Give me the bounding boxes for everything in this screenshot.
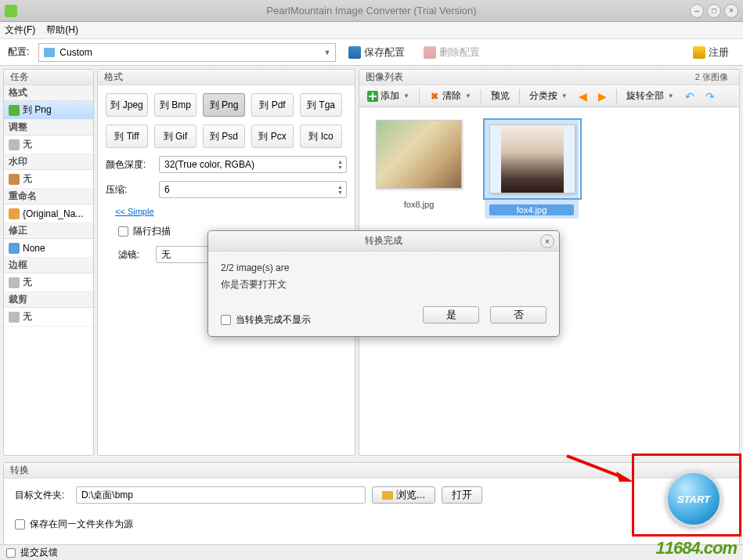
filter-value: 无	[161, 248, 171, 262]
dialog-line2: 你是否要打开文	[221, 278, 546, 291]
image-toolbar: 添加▼ ✖清除▼ 预览 分类按▼ ◀ ▶ 旋转全部▼ ↶ ↷	[359, 85, 739, 107]
task-group-header: 重命名	[4, 189, 93, 204]
delete-icon	[424, 46, 436, 59]
task-icon	[9, 277, 20, 288]
thumbnail-image	[489, 125, 575, 193]
browse-button[interactable]: 浏览...	[372, 486, 435, 504]
add-button[interactable]: 添加▼	[364, 88, 413, 104]
task-item[interactable]: 无	[4, 308, 93, 327]
conversion-complete-dialog: 转换完成 × 2/2 image(s) are 你是否要打开文 当转换完成不显示…	[207, 230, 560, 337]
task-icon	[9, 174, 20, 185]
menu-help[interactable]: 帮助(H)	[46, 23, 78, 37]
simple-link[interactable]: << Simple	[115, 207, 154, 216]
thumbnail-name: fox8.jpg	[372, 200, 466, 209]
task-item[interactable]: 无	[4, 135, 93, 154]
dialog-line1: 2/2 image(s) are	[221, 262, 546, 273]
save-same-checkbox[interactable]	[15, 519, 25, 529]
thumbnail[interactable]: fox4.jpg	[485, 120, 579, 219]
format-button[interactable]: 到 Pdf	[251, 93, 294, 117]
thumbnail-name: fox4.jpg	[489, 204, 574, 215]
task-item[interactable]: {Original_Na...	[4, 204, 93, 223]
chevron-down-icon: ▼	[323, 49, 330, 56]
menu-file[interactable]: 文件(F)	[5, 23, 35, 37]
next-button[interactable]: ▶	[595, 89, 610, 104]
no-button[interactable]: 否	[490, 306, 546, 323]
rotate-button[interactable]: 旋转全部▼	[623, 88, 677, 104]
rotate-right-button[interactable]: ↷	[702, 89, 718, 104]
feedback-link[interactable]: 提交反馈	[20, 546, 58, 559]
task-item-label: 无	[23, 138, 32, 151]
preset-select[interactable]: Custom ▼	[38, 43, 336, 62]
bottom-area: 转换 目标文件夹: D:\桌面\bmp 浏览... 打开 保存在同一文件夹作为源…	[0, 459, 743, 551]
task-icon	[9, 312, 20, 323]
task-item[interactable]: 到 Png	[4, 101, 93, 120]
task-sidebar: 任务 格式到 Png调整无水印无重命名{Original_Na...修正None…	[3, 69, 94, 456]
thumbnail[interactable]: fox8.jpg	[372, 120, 466, 209]
thumbnail-image	[376, 120, 462, 189]
dont-show-checkbox[interactable]	[221, 315, 231, 325]
task-group-header: 调整	[4, 120, 93, 135]
image-list-header: 图像列表	[366, 70, 403, 84]
color-depth-value: 32(True color, RGBA)	[164, 159, 254, 170]
maximize-button[interactable]: □	[707, 4, 721, 18]
color-depth-label: 颜色深度:	[106, 158, 153, 172]
task-item[interactable]: 无	[4, 273, 93, 292]
task-icon	[9, 243, 20, 254]
sort-button[interactable]: 分类按▼	[526, 88, 571, 104]
save-config-button[interactable]: 保存配置	[342, 43, 411, 62]
format-button[interactable]: 到 Psd	[203, 125, 245, 148]
image-count: 2 张图像	[695, 71, 728, 83]
format-button[interactable]: 到 Ico	[300, 125, 342, 148]
folder-icon	[382, 491, 393, 500]
convert-panel: 转换 目标文件夹: D:\桌面\bmp 浏览... 打开 保存在同一文件夹作为源…	[3, 462, 740, 547]
color-depth-select[interactable]: 32(True color, RGBA) ▲▼	[159, 156, 347, 173]
format-button[interactable]: 到 Pcx	[251, 125, 294, 148]
open-button[interactable]: 打开	[442, 486, 482, 504]
chevron-down-icon: ▼	[465, 92, 471, 99]
delete-config-button[interactable]: 删除配置	[417, 43, 486, 62]
save-icon	[348, 46, 361, 59]
chevron-down-icon: ▼	[403, 92, 409, 99]
preview-button[interactable]: 预览	[488, 88, 513, 104]
statusbar: 提交反馈	[0, 544, 743, 560]
arrow-left-icon: ◀	[579, 90, 587, 103]
dialog-close-button[interactable]: ×	[540, 234, 554, 248]
task-group-header: 水印	[4, 154, 93, 170]
dialog-title: 转换完成	[365, 234, 402, 247]
rotate-left-button[interactable]: ↶	[682, 89, 698, 104]
close-button[interactable]: ×	[724, 4, 738, 18]
start-button[interactable]: START	[665, 471, 722, 527]
format-button[interactable]: 到 Png	[203, 93, 245, 117]
x-icon: ✖	[429, 91, 440, 102]
yes-button[interactable]: 是	[423, 306, 479, 323]
titlebar: PearlMountain Image Converter (Trial Ver…	[0, 0, 743, 22]
window-title: PearlMountain Image Converter (Trial Ver…	[266, 5, 476, 16]
format-button[interactable]: 到 Gif	[154, 125, 197, 148]
compression-select[interactable]: 6 ▲▼	[159, 181, 347, 198]
minimize-button[interactable]: –	[690, 4, 704, 18]
task-item[interactable]: None	[4, 239, 93, 258]
clear-button[interactable]: ✖清除▼	[426, 88, 474, 104]
watermark: 11684.com	[655, 538, 737, 558]
plus-icon	[367, 91, 378, 102]
task-item[interactable]: 无	[4, 170, 93, 189]
filter-label: 滤镜:	[118, 248, 150, 262]
format-button[interactable]: 到 Tga	[300, 93, 342, 117]
task-item-label: 无	[23, 172, 32, 186]
rotate-left-icon: ↶	[685, 90, 694, 103]
task-icon	[9, 139, 20, 150]
register-button[interactable]: 注册	[687, 43, 735, 62]
format-button[interactable]: 到 Bmp	[154, 93, 197, 117]
chevron-down-icon: ▼	[561, 92, 568, 99]
dest-path-input[interactable]: D:\桌面\bmp	[76, 486, 366, 504]
task-group-header: 格式	[4, 85, 93, 101]
chevron-down-icon: ▼	[668, 92, 674, 99]
interlace-checkbox[interactable]	[118, 226, 128, 237]
config-toolbar: 配置: Custom ▼ 保存配置 删除配置 注册	[0, 39, 743, 66]
task-icon	[9, 208, 20, 219]
format-button[interactable]: 到 Jpeg	[106, 93, 148, 117]
format-button[interactable]: 到 Tiff	[106, 125, 148, 148]
prev-button[interactable]: ◀	[575, 89, 590, 104]
save-config-label: 保存配置	[364, 45, 405, 60]
spinner-icon: ▲▼	[337, 159, 343, 170]
